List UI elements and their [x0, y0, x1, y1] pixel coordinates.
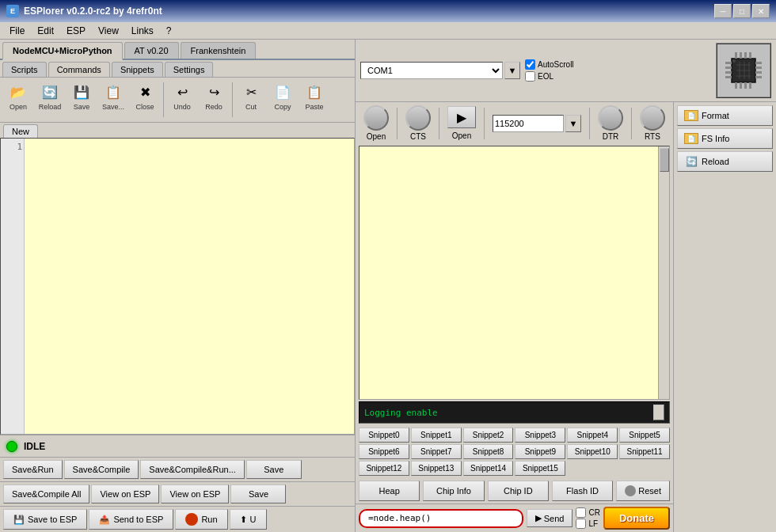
scrollbar-thumb[interactable] — [660, 148, 669, 172]
cts-circle — [405, 105, 431, 131]
toolbar-save-btn[interactable]: 💾 Save — [67, 80, 97, 120]
conn-sep-2 — [439, 108, 439, 139]
toolbar-undo-btn[interactable]: ↩ Undo — [167, 80, 197, 120]
save-compile-btn[interactable]: Save&Compile — [64, 460, 139, 479]
toolbar-cut-btn[interactable]: ✂ Cut — [236, 80, 266, 120]
snippet-0-btn[interactable]: Snippet0 — [359, 428, 409, 443]
cts-btn[interactable]: CTS — [405, 105, 431, 141]
send-btn[interactable]: ▶ Send — [527, 509, 573, 527]
run-btn[interactable]: Run — [175, 509, 227, 530]
snippet-1-btn[interactable]: Snippet1 — [411, 428, 462, 443]
baud-dropdown[interactable]: ▼ — [565, 115, 581, 132]
svg-rect-10 — [740, 52, 742, 59]
close-button[interactable]: ✕ — [752, 4, 770, 18]
snippet-9-btn[interactable]: Snippet9 — [515, 444, 565, 459]
right-main-area: Open CTS ▶ Open ▼ — [356, 102, 776, 532]
toolbar-saveas-btn[interactable]: 📋 Save... — [98, 80, 128, 120]
send-to-esp-btn[interactable]: 📤 Send to ESP — [89, 509, 173, 530]
snippet-7-btn[interactable]: Snippet7 — [411, 444, 462, 459]
flash-id-btn[interactable]: Flash ID — [552, 481, 613, 501]
reload-format-btn[interactable]: 🔄 Reload — [677, 151, 773, 172]
fs-info-btn[interactable]: 📄 FS Info — [677, 128, 773, 149]
tab-nodemcu[interactable]: NodeMCU+MicroPython — [2, 42, 123, 60]
save-run-btn[interactable]: Save&Run — [3, 460, 63, 479]
save-compile-all-btn[interactable]: Save&Compile All — [3, 484, 89, 504]
toolbar-reload-btn[interactable]: 🔄 Reload — [35, 80, 65, 120]
com-select-wrapper: COM1 COM2 ▼ — [360, 62, 520, 79]
toolbar-open-btn[interactable]: 📂 Open — [3, 80, 33, 120]
view-on-esp-btn-1[interactable]: View on ESP — [91, 484, 159, 504]
com-select[interactable]: COM1 COM2 — [360, 62, 503, 79]
menu-edit[interactable]: Edit — [31, 24, 60, 38]
toolbar-paste-btn[interactable]: 📋 Paste — [299, 80, 329, 120]
snippet-6-btn[interactable]: Snippet6 — [359, 444, 409, 459]
snippet-3-btn[interactable]: Snippet3 — [515, 428, 565, 443]
snippet-12-btn[interactable]: Snippet12 — [359, 461, 409, 476]
menu-file[interactable]: File — [3, 24, 31, 38]
com-bar: COM1 COM2 ▼ AutoScroll EOL — [356, 40, 776, 102]
toolbar-close-btn[interactable]: ✖ Close — [130, 80, 160, 120]
menu-view[interactable]: View — [92, 24, 125, 38]
snippet-grid-1: Snippet0 Snippet1 Snippet2 Snippet3 Snip… — [356, 425, 673, 478]
open-arrow-btn[interactable]: ▶ Open — [447, 106, 476, 140]
com-dropdown-btn[interactable]: ▼ — [504, 62, 520, 79]
lf-checkbox[interactable] — [576, 519, 586, 529]
file-new-tab[interactable]: New — [3, 124, 38, 138]
save-btn-row2[interactable]: Save — [230, 484, 286, 504]
window-controls[interactable]: ─ □ ✕ — [714, 4, 770, 18]
terminal-area[interactable] — [359, 146, 670, 400]
snippet-5-btn[interactable]: Snippet5 — [619, 428, 670, 443]
subtab-snippets[interactable]: Snippets — [112, 62, 163, 77]
save-compile-run-btn[interactable]: Save&Compile&Run... — [140, 460, 244, 479]
toolbar-copy-btn[interactable]: 📄 Copy — [268, 80, 298, 120]
terminal-content[interactable] — [359, 146, 669, 399]
minimize-button[interactable]: ─ — [714, 4, 732, 18]
open-btn-group[interactable]: Open — [363, 105, 389, 141]
snippet-10-btn[interactable]: Snippet10 — [567, 444, 618, 459]
main-container: NodeMCU+MicroPython AT v0.20 Frankenshte… — [0, 40, 776, 532]
menu-links[interactable]: Links — [125, 24, 160, 38]
svg-rect-16 — [749, 82, 751, 89]
subtab-settings[interactable]: Settings — [165, 62, 214, 77]
terminal-scrollbar[interactable] — [658, 146, 669, 399]
action-row-right: Heap Chip Info Chip ID Flash ID Reset — [356, 478, 673, 504]
eol-checkbox[interactable] — [525, 71, 535, 82]
format-btn[interactable]: 📄 Format — [677, 105, 773, 126]
snippet-2-btn[interactable]: Snippet2 — [463, 428, 514, 443]
toolbar-redo-btn[interactable]: ↪ Redo — [199, 80, 229, 120]
snippet-15-btn[interactable]: Snippet15 — [515, 461, 565, 476]
cr-checkbox[interactable] — [576, 507, 586, 518]
editor-content[interactable] — [25, 139, 354, 434]
save-btn-row1[interactable]: Save — [246, 460, 302, 479]
dtr-btn[interactable]: DTR — [598, 105, 623, 141]
baud-input[interactable] — [493, 115, 564, 132]
tab-at[interactable]: AT v0.20 — [124, 42, 179, 59]
menu-help[interactable]: ? — [160, 24, 178, 38]
logging-scrollbar[interactable] — [653, 405, 664, 420]
subtab-commands[interactable]: Commands — [48, 62, 110, 77]
chip-info-btn[interactable]: Chip Info — [423, 481, 484, 501]
svg-rect-4 — [725, 76, 732, 78]
editor-area[interactable]: 1 — [0, 138, 355, 435]
cr-label: CR — [588, 508, 599, 517]
format-panel: 📄 Format 📄 FS Info 🔄 Reload — [673, 102, 776, 532]
tab-frankenshtein[interactable]: Frankenshtein — [181, 42, 257, 59]
upload-btn[interactable]: ⬆ U — [230, 509, 267, 530]
view-on-esp-btn-2[interactable]: View on ESP — [161, 484, 229, 504]
chip-id-btn[interactable]: Chip ID — [488, 481, 549, 501]
reset-btn[interactable]: Reset — [616, 481, 670, 501]
subtab-scripts[interactable]: Scripts — [2, 62, 47, 77]
snippet-13-btn[interactable]: Snippet13 — [411, 461, 462, 476]
snippet-8-btn[interactable]: Snippet8 — [463, 444, 514, 459]
heap-btn[interactable]: Heap — [359, 481, 420, 501]
snippet-14-btn[interactable]: Snippet14 — [463, 461, 514, 476]
rts-btn[interactable]: RTS — [640, 105, 665, 141]
donate-btn[interactable]: Donate — [603, 507, 670, 530]
snippet-4-btn[interactable]: Snippet4 — [567, 428, 618, 443]
maximize-button[interactable]: □ — [733, 4, 751, 18]
autoscroll-checkbox[interactable] — [525, 59, 535, 70]
snippet-11-btn[interactable]: Snippet11 — [619, 444, 670, 459]
save-to-esp-btn[interactable]: 💾 Save to ESP — [3, 509, 87, 530]
command-input[interactable] — [359, 509, 523, 528]
menu-esp[interactable]: ESP — [60, 24, 92, 38]
